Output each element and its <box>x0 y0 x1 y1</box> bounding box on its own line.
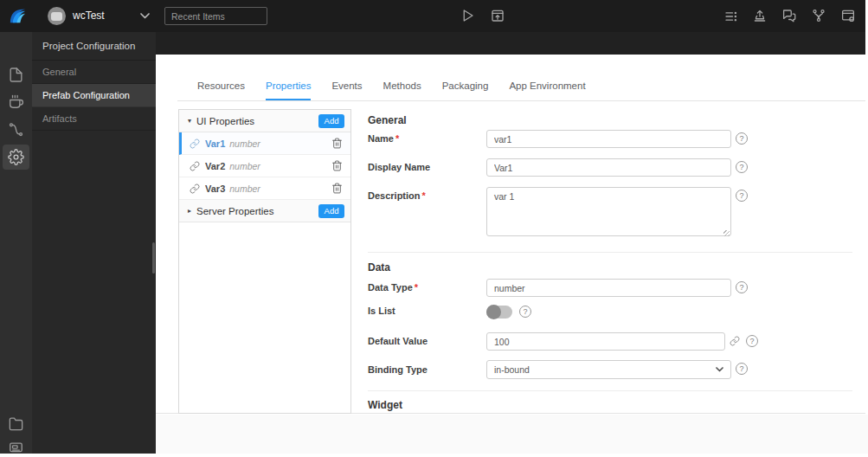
project-avatar[interactable] <box>48 7 66 25</box>
property-row-var1[interactable]: Var1 number <box>179 132 350 155</box>
below-content-fill <box>156 415 868 454</box>
services-icon[interactable] <box>8 93 24 110</box>
sidebar-header: Project Configuration <box>32 32 156 61</box>
section-divider <box>368 390 852 391</box>
section-divider <box>368 252 852 253</box>
project-name[interactable]: wcTest <box>73 10 105 22</box>
add-ui-property-button[interactable]: Add <box>318 114 344 128</box>
help-icon[interactable]: ? <box>736 281 748 293</box>
required-marker: * <box>415 282 418 293</box>
section-title-widget: Widget <box>368 399 402 411</box>
property-name: Var2 <box>205 161 225 171</box>
property-name: Var3 <box>205 183 225 194</box>
add-server-property-button[interactable]: Add <box>318 204 344 218</box>
console-icon[interactable] <box>8 439 24 455</box>
project-avatar-glyph <box>51 12 62 21</box>
link-icon <box>190 183 200 194</box>
project-switcher-chevron-icon[interactable] <box>140 13 150 19</box>
bind-link-icon[interactable] <box>730 336 740 346</box>
required-marker: * <box>395 133 399 144</box>
help-icon[interactable]: ? <box>746 335 758 347</box>
binding-type-label: Binding Type <box>368 360 428 379</box>
help-icon[interactable]: ? <box>736 132 748 145</box>
group-label: UI Properties <box>196 116 318 126</box>
display-name-label: Display Name <box>368 158 430 177</box>
link-icon <box>190 138 200 149</box>
settings-icon[interactable] <box>8 149 24 165</box>
help-icon[interactable]: ? <box>736 363 748 375</box>
tab-methods[interactable]: Methods <box>383 80 421 100</box>
is-list-toggle[interactable] <box>486 306 512 319</box>
changelog-icon[interactable] <box>723 9 739 24</box>
display-name-input[interactable] <box>486 158 731 177</box>
section-title-data: Data <box>368 261 390 274</box>
feedback-icon[interactable] <box>781 8 797 23</box>
link-icon <box>190 161 200 171</box>
config-tabs: Resources Properties Events Methods Pack… <box>197 80 586 100</box>
wavemaker-logo-icon[interactable] <box>8 6 28 26</box>
sidebar-item-artifacts[interactable]: Artifacts <box>32 107 156 131</box>
description-label: Description* <box>368 187 426 205</box>
branch-icon[interactable] <box>811 8 826 23</box>
delete-property-icon[interactable] <box>331 138 343 149</box>
deploy-icon[interactable] <box>490 8 505 23</box>
default-value-input[interactable] <box>486 332 725 351</box>
caret-right-icon: ▸ <box>188 207 191 215</box>
required-marker: * <box>422 190 426 201</box>
server-properties-group-header[interactable]: ▸ Server Properties Add <box>179 200 350 222</box>
delete-property-icon[interactable] <box>331 183 343 194</box>
property-type: number <box>229 161 260 171</box>
help-icon[interactable]: ? <box>519 306 531 318</box>
caret-down-icon: ▾ <box>188 117 191 125</box>
properties-list-panel: ▾ UI Properties Add Var1 number <box>178 109 351 414</box>
publish-icon[interactable] <box>752 8 768 23</box>
sidebar-scrollbar-thumb[interactable] <box>152 242 155 274</box>
is-list-label: Is List <box>368 305 395 318</box>
description-textarea[interactable]: var 1 <box>486 187 731 236</box>
connectors-icon[interactable] <box>8 121 24 138</box>
default-value-label: Default Value <box>368 332 428 351</box>
sidebar-item-prefab-configuration[interactable]: Prefab Configuration <box>32 84 156 107</box>
sidebar-item-general[interactable]: General <box>32 61 156 84</box>
run-icon[interactable] <box>460 8 475 23</box>
tab-app-environment[interactable]: App Environment <box>509 80 585 100</box>
property-type: number <box>229 138 260 149</box>
topbar: wcTest <box>0 0 865 32</box>
property-type: number <box>229 183 260 194</box>
app-root: wcTest <box>0 0 868 457</box>
ui-properties-group-header[interactable]: ▾ UI Properties Add <box>179 110 350 132</box>
property-row-var2[interactable]: Var2 number <box>179 155 350 177</box>
name-input[interactable] <box>486 130 731 148</box>
property-name: Var1 <box>205 138 225 149</box>
editor-tabstrip: Prefab Configuration <box>156 32 865 55</box>
group-label: Server Properties <box>196 206 318 216</box>
tab-resources[interactable]: Resources <box>197 80 245 100</box>
pages-icon[interactable] <box>8 67 24 83</box>
folder-icon[interactable] <box>8 415 24 432</box>
tabs-underline <box>177 100 865 101</box>
left-icon-rail: ••• <box>0 32 32 454</box>
toggle-knob <box>486 305 501 319</box>
tab-events[interactable]: Events <box>331 80 362 100</box>
data-type-input[interactable] <box>486 279 731 297</box>
recent-items-input[interactable] <box>164 7 267 25</box>
preview-window-icon[interactable] <box>840 8 856 23</box>
help-icon[interactable]: ? <box>736 161 748 173</box>
binding-type-select[interactable]: in-bound <box>486 360 731 379</box>
help-icon[interactable]: ? <box>736 190 748 202</box>
property-row-var3[interactable]: Var3 number <box>179 177 350 200</box>
delete-property-icon[interactable] <box>331 160 343 171</box>
tab-packaging[interactable]: Packaging <box>442 80 489 100</box>
tab-properties[interactable]: Properties <box>266 80 311 100</box>
data-type-label: Data Type* <box>368 279 418 297</box>
section-title-general: General <box>368 114 407 126</box>
resize-handle[interactable] <box>723 230 730 236</box>
name-label: Name* <box>368 130 399 148</box>
